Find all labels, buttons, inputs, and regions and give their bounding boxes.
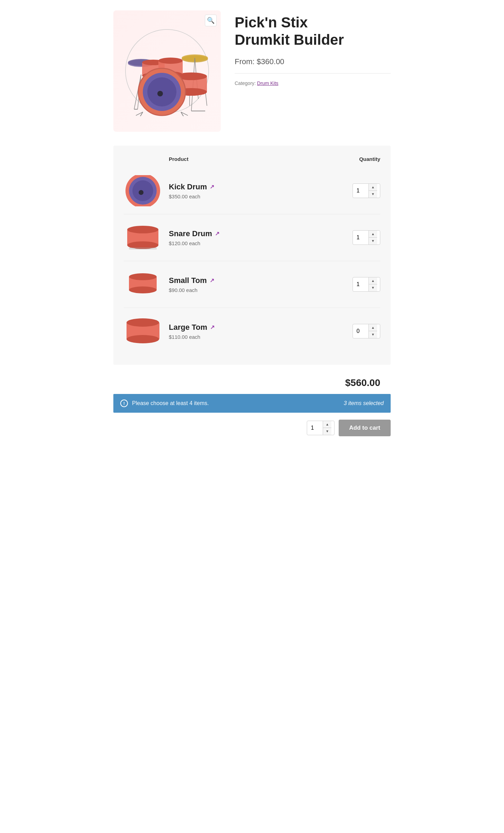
item-thumbnail-small-tom — [124, 269, 162, 300]
zoom-icon: 🔍 — [207, 17, 215, 24]
header-product: Product — [124, 156, 189, 162]
kick-drum-qty-arrows: ▲ ▼ — [368, 184, 377, 198]
kick-drum-qty-up[interactable]: ▲ — [369, 184, 377, 191]
large-tom-qty-arrows: ▲ ▼ — [368, 324, 377, 338]
item-details-kick: Kick Drum ↗ $350.00 each — [169, 182, 346, 199]
item-name-small-tom: Small Tom ↗ — [169, 276, 346, 285]
product-image-container: 🔍 — [113, 10, 221, 132]
item-price-small-tom: $90.00 each — [169, 287, 346, 293]
small-tom-link[interactable]: ↗ — [210, 277, 214, 284]
product-info: Pick'n Stix Drumkit Builder From: $360.0… — [235, 10, 391, 86]
kick-drum-link[interactable]: ↗ — [210, 183, 214, 190]
snare-drum-qty-input[interactable] — [353, 232, 368, 243]
product-image — [122, 26, 212, 116]
item-name-large-tom: Large Tom ↗ — [169, 323, 346, 332]
add-to-cart-button[interactable]: Add to cart — [339, 420, 391, 436]
snare-drum-qty-down[interactable]: ▼ — [369, 238, 377, 244]
item-thumbnail-kick — [124, 175, 162, 206]
snare-drum-link[interactable]: ↗ — [215, 230, 219, 237]
large-tom-qty-input[interactable] — [353, 325, 368, 337]
item-price-kick: $350.00 each — [169, 194, 346, 199]
total-price: $560.00 — [113, 372, 391, 394]
product-title: Pick'n Stix Drumkit Builder — [235, 14, 391, 49]
svg-point-38 — [127, 226, 158, 233]
builder-section: Product Quantity Kick Drum ↗ $350.00 eac… — [113, 146, 391, 365]
item-details-large-tom: Large Tom ↗ $110.00 each — [169, 323, 346, 340]
kick-drum-qty-down[interactable]: ▼ — [369, 191, 377, 198]
item-thumbnail-snare — [124, 222, 162, 253]
item-details-snare: Snare Drum ↗ $120.00 each — [169, 229, 346, 246]
kick-drum-qty-input[interactable] — [353, 185, 368, 197]
large-tom-qty-up[interactable]: ▲ — [369, 324, 377, 331]
svg-point-43 — [129, 273, 157, 280]
notice-left: ! Please choose at least 4 items. — [120, 400, 209, 407]
svg-point-46 — [127, 318, 159, 327]
snare-drum-quantity-spinner[interactable]: ▲ ▼ — [353, 230, 380, 245]
price-divider — [235, 73, 391, 74]
svg-point-47 — [127, 335, 159, 343]
cart-qty-arrows: ▲ ▼ — [323, 421, 331, 435]
cart-quantity-spinner[interactable]: ▲ ▼ — [307, 421, 334, 435]
small-tom-qty-arrows: ▲ ▼ — [368, 277, 377, 291]
cart-qty-up[interactable]: ▲ — [323, 421, 331, 428]
svg-point-44 — [129, 286, 157, 293]
cart-qty-input[interactable] — [307, 422, 323, 434]
zoom-button[interactable]: 🔍 — [205, 15, 217, 26]
product-hero: 🔍 — [113, 10, 391, 132]
product-price: From: $360.00 — [235, 57, 391, 66]
category-link[interactable]: Drum Kits — [257, 80, 278, 86]
notice-message: Please choose at least 4 items. — [132, 400, 209, 406]
item-price-snare: $120.00 each — [169, 240, 346, 246]
large-tom-qty-down[interactable]: ▼ — [369, 331, 377, 338]
svg-point-27 — [157, 91, 163, 96]
table-row: Small Tom ↗ $90.00 each ▲ ▼ — [124, 261, 380, 308]
notice-bar: ! Please choose at least 4 items. 3 item… — [113, 394, 391, 413]
svg-point-35 — [132, 180, 153, 201]
item-name-snare: Snare Drum ↗ — [169, 229, 346, 238]
cart-row: ▲ ▼ Add to cart — [113, 420, 391, 436]
small-tom-quantity-spinner[interactable]: ▲ ▼ — [353, 277, 380, 292]
small-tom-qty-input[interactable] — [353, 278, 368, 290]
header-quantity: Quantity — [359, 156, 380, 162]
kick-drum-quantity-spinner[interactable]: ▲ ▼ — [353, 183, 380, 198]
svg-point-21 — [158, 58, 183, 64]
small-tom-qty-up[interactable]: ▲ — [369, 277, 377, 284]
table-header: Product Quantity — [124, 153, 380, 168]
small-tom-qty-down[interactable]: ▼ — [369, 284, 377, 291]
svg-point-36 — [139, 190, 144, 195]
large-tom-link[interactable]: ↗ — [210, 324, 215, 330]
cart-qty-down[interactable]: ▼ — [323, 428, 331, 435]
table-row: Kick Drum ↗ $350.00 each ▲ ▼ — [124, 168, 380, 214]
product-category: Category: Drum Kits — [235, 80, 391, 86]
snare-drum-qty-arrows: ▲ ▼ — [368, 231, 377, 244]
large-tom-quantity-spinner[interactable]: ▲ ▼ — [353, 324, 380, 338]
table-row: Snare Drum ↗ $120.00 each ▲ ▼ — [124, 214, 380, 261]
snare-drum-qty-up[interactable]: ▲ — [369, 231, 377, 238]
notice-icon: ! — [120, 400, 128, 407]
table-row: Large Tom ↗ $110.00 each ▲ ▼ — [124, 308, 380, 354]
items-selected-count: 3 items selected — [344, 400, 384, 406]
item-details-small-tom: Small Tom ↗ $90.00 each — [169, 276, 346, 293]
item-thumbnail-large-tom — [124, 316, 162, 347]
item-price-large-tom: $110.00 each — [169, 334, 346, 340]
item-name-kick: Kick Drum ↗ — [169, 182, 346, 191]
